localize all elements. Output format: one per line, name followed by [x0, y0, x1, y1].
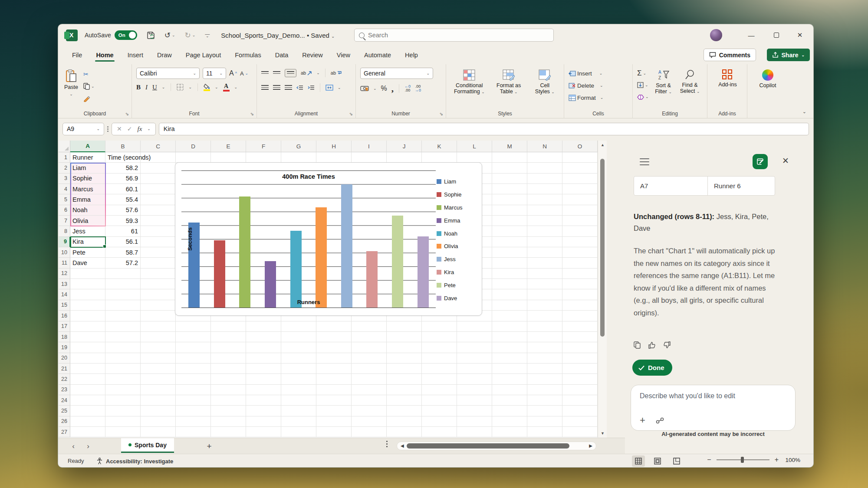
- cell-D19[interactable]: [176, 342, 211, 353]
- cell-A16[interactable]: [70, 311, 105, 321]
- cell-H21[interactable]: [316, 364, 352, 374]
- cell-O25[interactable]: [562, 406, 598, 416]
- cell-K1[interactable]: [422, 152, 457, 163]
- increase-font-button[interactable]: A^: [229, 69, 237, 78]
- cell-F24[interactable]: [246, 395, 281, 406]
- tab-data[interactable]: Data: [269, 49, 295, 62]
- cell-D17[interactable]: [176, 321, 211, 332]
- avatar[interactable]: [710, 29, 722, 41]
- underline-button[interactable]: U: [152, 82, 157, 92]
- add-attachment-icon[interactable]: +: [640, 416, 645, 424]
- cell-B14[interactable]: [105, 289, 141, 300]
- cell-E23[interactable]: [211, 385, 246, 395]
- undo-button[interactable]: ↺⌄: [164, 31, 175, 40]
- tab-home[interactable]: Home: [90, 49, 119, 62]
- orientation-button[interactable]: ab: [301, 68, 312, 78]
- cell-F1[interactable]: [246, 152, 281, 163]
- cell-B23[interactable]: [105, 385, 141, 395]
- cell-A1[interactable]: Runner: [70, 152, 105, 163]
- cell-L21[interactable]: [457, 364, 492, 374]
- cell-I18[interactable]: [352, 332, 387, 342]
- cell-O2[interactable]: [562, 163, 598, 173]
- cell-B18[interactable]: [105, 332, 141, 342]
- increase-indent-button[interactable]: [308, 83, 315, 92]
- row-header-24[interactable]: 24: [59, 395, 70, 406]
- cell-N6[interactable]: [527, 205, 562, 216]
- underline-dropdown-icon[interactable]: ⌄: [162, 85, 165, 89]
- sheet-options-icon[interactable]: [386, 441, 388, 447]
- scroll-down-icon[interactable]: ▼: [598, 429, 607, 438]
- tab-draw[interactable]: Draw: [151, 49, 178, 62]
- cell-N8[interactable]: [527, 226, 562, 236]
- cell-A20[interactable]: [70, 353, 105, 364]
- cell-G27[interactable]: [281, 427, 316, 437]
- cell-M11[interactable]: [492, 258, 527, 268]
- cell-O13[interactable]: [562, 279, 598, 289]
- cell-M23[interactable]: [492, 385, 527, 395]
- pane-menu-icon[interactable]: [640, 158, 649, 165]
- number-format-select[interactable]: General⌄: [360, 68, 433, 79]
- copy-dropdown-icon[interactable]: ⌄: [91, 84, 95, 88]
- legend-item-kira[interactable]: Kira: [437, 269, 477, 275]
- column-header-F[interactable]: F: [246, 141, 281, 152]
- cell-C14[interactable]: [141, 289, 176, 300]
- cell-K25[interactable]: [422, 406, 457, 416]
- cell-B7[interactable]: 59.3: [105, 216, 141, 226]
- cell-O8[interactable]: [562, 226, 598, 236]
- column-header-N[interactable]: N: [527, 141, 562, 152]
- cell-O9[interactable]: [562, 237, 598, 247]
- cell-F19[interactable]: [246, 342, 281, 353]
- paste-button[interactable]: Paste⌄: [62, 68, 80, 108]
- cell-A26[interactable]: [70, 416, 105, 427]
- document-title[interactable]: School_Sports_Day_Demo... • Saved ⌄: [221, 32, 335, 39]
- cell-H26[interactable]: [316, 416, 352, 427]
- format-as-table-button[interactable]: Format asTable ⌄: [492, 68, 526, 108]
- cell-O26[interactable]: [562, 416, 598, 427]
- next-sheet-icon[interactable]: ›: [82, 438, 94, 454]
- row-header-16[interactable]: 16: [59, 311, 70, 321]
- cell-C21[interactable]: [141, 364, 176, 374]
- cell-C16[interactable]: [141, 311, 176, 321]
- tab-view[interactable]: View: [331, 49, 356, 62]
- fill-button[interactable]: ⌄: [637, 80, 649, 90]
- cell-C5[interactable]: [141, 194, 176, 205]
- cell-L18[interactable]: [457, 332, 492, 342]
- cell-F20[interactable]: [246, 353, 281, 364]
- accounting-dropdown-icon[interactable]: ⌄: [373, 86, 377, 91]
- legend-item-emma[interactable]: Emma: [437, 217, 477, 224]
- column-header-G[interactable]: G: [281, 141, 316, 152]
- link-icon[interactable]: [656, 417, 664, 424]
- cell-B25[interactable]: [105, 406, 141, 416]
- pane-edit-button[interactable]: [753, 154, 768, 169]
- fill-color-button[interactable]: [204, 84, 210, 91]
- cell-N1[interactable]: [527, 152, 562, 163]
- cell-C7[interactable]: [141, 216, 176, 226]
- cell-M18[interactable]: [492, 332, 527, 342]
- fill-dropdown-icon[interactable]: ⌄: [645, 83, 648, 87]
- row-header-7[interactable]: 7: [59, 216, 70, 226]
- cell-N27[interactable]: [527, 427, 562, 437]
- cell-L20[interactable]: [457, 353, 492, 364]
- autosave-toggle[interactable]: On: [115, 30, 137, 40]
- cell-K17[interactable]: [422, 321, 457, 332]
- cell-O15[interactable]: [562, 300, 598, 311]
- done-button[interactable]: Done: [632, 360, 672, 376]
- cell-N5[interactable]: [527, 194, 562, 205]
- cell-G18[interactable]: [281, 332, 316, 342]
- cell-B12[interactable]: [105, 269, 141, 279]
- cell-I20[interactable]: [352, 353, 387, 364]
- cell-N18[interactable]: [527, 332, 562, 342]
- comma-button[interactable]: ,: [391, 84, 394, 93]
- copilot-input-card[interactable]: +: [631, 385, 796, 431]
- cell-B26[interactable]: [105, 416, 141, 427]
- normal-view-button[interactable]: [632, 455, 645, 467]
- thumbs-up-icon[interactable]: [648, 341, 656, 349]
- cell-D21[interactable]: [176, 364, 211, 374]
- cell-K22[interactable]: [422, 374, 457, 384]
- cell-A14[interactable]: [70, 289, 105, 300]
- cell-A17[interactable]: [70, 321, 105, 332]
- cell-B22[interactable]: [105, 374, 141, 384]
- cell-O5[interactable]: [562, 194, 598, 205]
- page-layout-view-button[interactable]: [651, 455, 664, 467]
- cell-H27[interactable]: [316, 427, 352, 437]
